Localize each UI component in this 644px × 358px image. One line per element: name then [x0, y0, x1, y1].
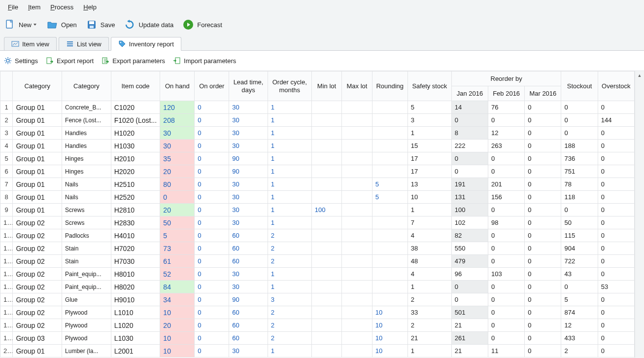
cell-mar[interactable]: 0 [525, 332, 561, 345]
cell-overstock[interactable]: 0 [598, 319, 634, 332]
cell-overstock[interactable]: 53 [598, 281, 634, 293]
cell-overstock[interactable]: 0 [598, 242, 634, 255]
cell-mar[interactable]: 0 [525, 127, 561, 140]
table-row[interactable]: 5Group 01HingesH2010350901170007360 [0, 152, 635, 165]
cell-rownum[interactable]: 13 [0, 255, 13, 268]
dropdown-icon[interactable] [33, 23, 37, 27]
cell-safety-stock[interactable]: 3 [407, 114, 451, 127]
cell-feb[interactable]: 0 [488, 281, 525, 293]
cell-rownum[interactable]: 7 [0, 178, 13, 191]
cell-mar[interactable]: 0 [525, 216, 561, 229]
cell-feb[interactable]: 0 [488, 204, 525, 216]
cell-lead-time[interactable]: 30 [229, 345, 268, 358]
col-safety-stock[interactable]: Safety stock [407, 72, 451, 101]
cell-feb[interactable]: 0 [488, 293, 525, 306]
cell-on-hand[interactable]: 30 [160, 127, 195, 140]
cell-rownum[interactable]: 3 [0, 127, 13, 140]
cell-on-order[interactable]: 0 [195, 114, 229, 127]
table-row[interactable]: 15Group 02Paint_equip...H802084030110000… [0, 281, 635, 293]
cell-order-cycle[interactable]: 1 [268, 178, 311, 191]
cell-category-2[interactable]: Lumber (la... [62, 345, 111, 358]
cell-order-cycle[interactable]: 2 [268, 319, 311, 332]
cell-lead-time[interactable]: 30 [229, 114, 268, 127]
cell-min-lot[interactable] [311, 152, 341, 165]
cell-order-cycle[interactable]: 2 [268, 332, 311, 345]
cell-min-lot[interactable] [311, 140, 341, 152]
cell-on-hand[interactable]: 10 [160, 345, 195, 358]
cell-item-code[interactable]: H2510 [111, 178, 160, 191]
cell-mar[interactable]: 0 [525, 319, 561, 332]
cell-max-lot[interactable] [342, 268, 372, 281]
cell-on-hand[interactable]: 84 [160, 281, 195, 293]
cell-min-lot[interactable] [311, 242, 341, 255]
cell-lead-time[interactable]: 30 [229, 140, 268, 152]
cell-order-cycle[interactable]: 1 [268, 281, 311, 293]
col-reorder-by[interactable]: Reorder by [451, 72, 561, 86]
cell-stockout[interactable]: 0 [561, 127, 598, 140]
cell-on-hand[interactable]: 0 [160, 191, 195, 204]
cell-on-hand[interactable]: 208 [160, 114, 195, 127]
cell-rounding[interactable] [372, 293, 407, 306]
cell-stockout[interactable]: 115 [561, 229, 598, 242]
cell-on-order[interactable]: 0 [195, 140, 229, 152]
cell-category-1[interactable]: Group 01 [13, 191, 62, 204]
cell-jan[interactable]: 0 [451, 152, 488, 165]
menu-process[interactable]: Process [45, 2, 78, 12]
cell-feb[interactable]: 0 [488, 306, 525, 319]
cell-feb[interactable]: 11 [488, 345, 525, 358]
cell-jan[interactable]: 14 [451, 101, 488, 114]
cell-on-order[interactable]: 0 [195, 127, 229, 140]
cell-item-code[interactable]: H9010 [111, 293, 160, 306]
cell-rounding[interactable] [372, 268, 407, 281]
cell-feb[interactable]: 0 [488, 114, 525, 127]
cell-feb[interactable]: 76 [488, 101, 525, 114]
cell-mar[interactable]: 0 [525, 345, 561, 358]
cell-jan[interactable]: 261 [451, 332, 488, 345]
col-min-lot[interactable]: Min lot [311, 72, 341, 101]
cell-jan[interactable]: 0 [451, 165, 488, 178]
cell-rownum[interactable]: 10 [0, 216, 13, 229]
cell-category-2[interactable]: Paint_equip... [62, 268, 111, 281]
cell-stockout[interactable]: 874 [561, 306, 598, 319]
cell-min-lot[interactable] [311, 229, 341, 242]
cell-category-2[interactable]: Nails [62, 191, 111, 204]
cell-on-order[interactable]: 0 [195, 229, 229, 242]
cell-category-1[interactable]: Group 03 [13, 332, 62, 345]
cell-on-order[interactable]: 0 [195, 216, 229, 229]
cell-mar[interactable]: 0 [525, 268, 561, 281]
cell-mar[interactable]: 0 [525, 229, 561, 242]
cell-rounding[interactable] [372, 281, 407, 293]
table-row[interactable]: 20Group 01Lumber (la...L2001100301101211… [0, 345, 635, 358]
cell-on-order[interactable]: 0 [195, 165, 229, 178]
col-feb[interactable]: Feb 2016 [488, 86, 525, 101]
cell-jan[interactable]: 0 [451, 293, 488, 306]
cell-order-cycle[interactable]: 2 [268, 306, 311, 319]
cell-jan[interactable]: 8 [451, 127, 488, 140]
cell-stockout[interactable]: 751 [561, 165, 598, 178]
cell-max-lot[interactable] [342, 140, 372, 152]
cell-on-hand[interactable]: 20 [160, 165, 195, 178]
cell-max-lot[interactable] [342, 281, 372, 293]
cell-rounding[interactable] [372, 152, 407, 165]
cell-stockout[interactable]: 736 [561, 152, 598, 165]
cell-overstock[interactable]: 144 [598, 114, 634, 127]
cell-safety-stock[interactable]: 2 [407, 293, 451, 306]
cell-min-lot[interactable] [311, 191, 341, 204]
cell-jan[interactable]: 222 [451, 140, 488, 152]
table-row[interactable]: 4Group 01HandlesH10303003011522226301880 [0, 140, 635, 152]
cell-rownum[interactable]: 9 [0, 204, 13, 216]
cell-item-code[interactable]: H1020 [111, 127, 160, 140]
cell-overstock[interactable]: 0 [598, 306, 634, 319]
cell-lead-time[interactable]: 30 [229, 101, 268, 114]
cell-safety-stock[interactable]: 21 [407, 332, 451, 345]
cell-order-cycle[interactable]: 1 [268, 140, 311, 152]
cell-mar[interactable]: 0 [525, 114, 561, 127]
inventory-grid[interactable]: Category Category Item code On hand On o… [0, 71, 635, 358]
cell-item-code[interactable]: L1020 [111, 319, 160, 332]
cell-jan[interactable]: 102 [451, 216, 488, 229]
cell-item-code[interactable]: L2001 [111, 345, 160, 358]
cell-safety-stock[interactable]: 1 [407, 127, 451, 140]
cell-on-hand[interactable]: 50 [160, 216, 195, 229]
cell-category-2[interactable]: Plywood [62, 319, 111, 332]
cell-category-2[interactable]: Handles [62, 127, 111, 140]
